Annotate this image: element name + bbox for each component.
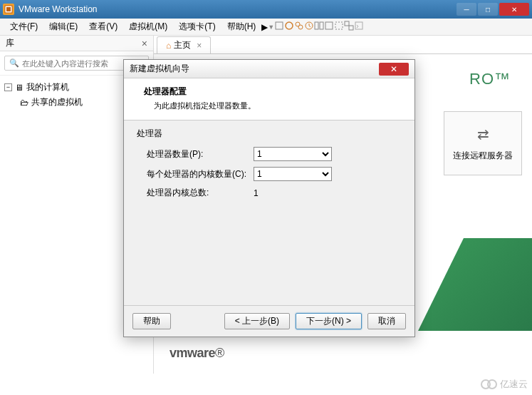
- svg-rect-10: [335, 22, 343, 29]
- dialog-titlebar: 新建虚拟机向导 ✕: [124, 60, 414, 78]
- fullscreen-icon[interactable]: [334, 21, 344, 33]
- tree-label: 共享的虚拟机: [31, 96, 83, 108]
- svg-rect-11: [345, 21, 349, 26]
- close-button[interactable]: ✕: [499, 3, 529, 16]
- connect-remote-card[interactable]: ⇄ 连接远程服务器: [444, 111, 522, 175]
- dialog-subheading: 为此虚拟机指定处理器数量。: [144, 101, 402, 111]
- snapshot-icon[interactable]: [284, 21, 294, 33]
- vmware-logo: vmware®: [169, 346, 224, 361]
- tree-label: 我的计算机: [26, 81, 69, 93]
- processors-label: 处理器数量(P):: [147, 148, 254, 160]
- watermark: 亿速云: [481, 378, 528, 391]
- menu-view[interactable]: 查看(V): [83, 19, 123, 34]
- dialog-close-button[interactable]: ✕: [379, 63, 409, 76]
- dialog-body: 处理器 处理器数量(P): 1 每个处理器的内核数量(C): 1 处理器内核总数…: [124, 120, 414, 305]
- tab-close-icon[interactable]: ×: [197, 41, 202, 51]
- toolbar-btn-1[interactable]: [274, 21, 284, 33]
- svg-point-3: [286, 22, 293, 29]
- menu-help[interactable]: 帮助(H): [221, 19, 262, 34]
- next-button[interactable]: 下一步(N) >: [296, 313, 362, 329]
- menu-edit[interactable]: 编辑(E): [43, 19, 83, 34]
- minimize-button[interactable]: ─: [457, 3, 476, 16]
- svg-rect-9: [325, 22, 333, 29]
- svg-rect-2: [276, 22, 283, 29]
- new-vm-wizard-dialog: 新建虚拟机向导 ✕ 处理器配置 为此虚拟机指定处理器数量。 处理器 处理器数量(…: [123, 59, 415, 337]
- dialog-title-text: 新建虚拟机向导: [130, 63, 379, 75]
- processors-select[interactable]: 1: [254, 147, 332, 161]
- svg-rect-7: [315, 22, 318, 29]
- computer-icon: 🖥: [15, 83, 24, 93]
- connect-icon: ⇄: [477, 125, 489, 143]
- svg-rect-12: [349, 26, 353, 30]
- cores-select[interactable]: 1: [254, 167, 332, 181]
- sidebar-close-icon[interactable]: ×: [142, 38, 147, 49]
- expand-icon[interactable]: −: [4, 83, 12, 91]
- tab-label: 主页: [174, 39, 191, 51]
- cores-label: 每个处理器的内核数量(C):: [147, 168, 254, 180]
- titlebar: VMware Workstation ─ □ ✕: [0, 0, 532, 19]
- unity-icon[interactable]: [344, 21, 354, 33]
- shared-icon: 🗁: [20, 98, 28, 108]
- svg-rect-8: [320, 22, 323, 29]
- svg-point-5: [298, 25, 303, 29]
- sidebar-header: 库 ×: [0, 36, 153, 51]
- revert-icon[interactable]: [304, 21, 314, 33]
- pro-badge: RO™: [469, 70, 511, 88]
- tab-home[interactable]: ⌂ 主页 ×: [157, 36, 211, 53]
- window-title: VMware Workstation: [19, 4, 455, 14]
- svg-rect-13: [355, 22, 363, 29]
- sidebar-title: 库: [6, 37, 142, 49]
- app-icon: [3, 4, 14, 15]
- svg-rect-1: [6, 7, 11, 11]
- view-icon-2[interactable]: [324, 21, 334, 33]
- help-button[interactable]: 帮助: [132, 313, 171, 329]
- menubar: 文件(F) 编辑(E) 查看(V) 虚拟机(M) 选项卡(T) 帮助(H) ▶ …: [0, 19, 532, 36]
- dialog-footer: 帮助 < 上一步(B) 下一步(N) > 取消: [124, 305, 414, 337]
- dialog-header: 处理器配置 为此虚拟机指定处理器数量。: [124, 78, 414, 120]
- total-value: 1: [254, 188, 402, 198]
- console-icon[interactable]: [354, 21, 364, 33]
- dialog-heading: 处理器配置: [144, 86, 402, 98]
- play-button[interactable]: ▶: [261, 22, 268, 32]
- row-total: 处理器内核总数: 1: [137, 184, 402, 202]
- menu-tabs[interactable]: 选项卡(T): [173, 19, 221, 34]
- row-processors: 处理器数量(P): 1: [137, 144, 402, 164]
- cancel-button[interactable]: 取消: [367, 313, 406, 329]
- row-cores: 每个处理器的内核数量(C): 1: [137, 164, 402, 184]
- search-input[interactable]: [22, 59, 137, 68]
- search-icon: 🔍: [9, 58, 19, 68]
- home-icon: ⌂: [166, 41, 171, 51]
- snapshot-manager-icon[interactable]: [294, 21, 304, 33]
- maximize-button[interactable]: □: [478, 3, 498, 16]
- tab-bar: ⌂ 主页 ×: [154, 36, 532, 54]
- play-dropdown-icon[interactable]: ▼: [268, 24, 274, 31]
- menu-file[interactable]: 文件(F): [4, 19, 43, 34]
- back-button[interactable]: < 上一步(B): [224, 313, 290, 329]
- card-label: 连接远程服务器: [453, 150, 513, 162]
- group-label: 处理器: [137, 128, 402, 140]
- total-label: 处理器内核总数:: [147, 187, 254, 199]
- decorative-shape: [418, 238, 532, 331]
- view-icon-1[interactable]: [314, 21, 324, 33]
- menu-vm[interactable]: 虚拟机(M): [123, 19, 173, 34]
